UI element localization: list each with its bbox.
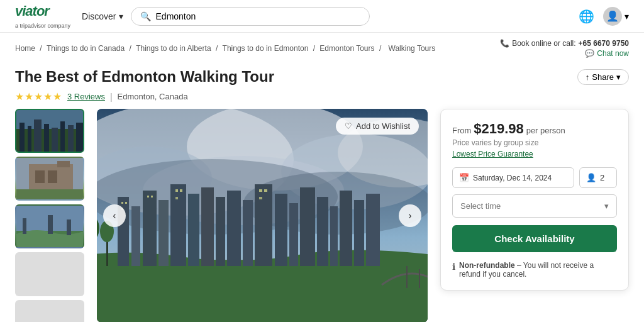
breadcrumb-sep-1: /	[40, 44, 44, 53]
svg-rect-15	[16, 189, 84, 201]
price-amount: $219.98	[474, 121, 524, 136]
svg-rect-57	[366, 194, 380, 266]
check-availability-button[interactable]: Check Availability	[452, 225, 617, 252]
check-availability-label: Check Availability	[494, 233, 574, 244]
svg-rect-65	[175, 197, 178, 199]
svg-rect-45	[201, 187, 214, 266]
chevron-down-share: ▾	[616, 72, 621, 82]
contact-info: 📞 Book online or call: +65 6670 9750 💬 C…	[500, 39, 629, 58]
share-label: Share	[592, 72, 614, 82]
person-icon: 👤	[586, 173, 596, 182]
svg-rect-6	[52, 128, 58, 153]
breadcrumb-edmonton[interactable]: Things to do in Edmonton	[223, 44, 309, 53]
svg-rect-12	[35, 170, 45, 183]
next-image-button[interactable]: ›	[399, 204, 421, 227]
from-label: From	[452, 126, 471, 135]
logo-area: viator a tripadvisor company	[15, 3, 70, 30]
share-icon: ↑	[586, 72, 590, 82]
svg-rect-46	[216, 197, 225, 266]
main-image: ♡ Add to Wishlist ‹ ›	[97, 109, 428, 322]
thumbnail-4[interactable]	[15, 252, 84, 296]
phone-info: 📞 Book online or call: +65 6670 9750	[500, 39, 629, 48]
chat-button[interactable]: 💬 Chat now	[585, 49, 629, 58]
thumbnail-5[interactable]	[15, 300, 84, 322]
breadcrumb-home[interactable]: Home	[15, 44, 35, 53]
breadcrumb-sep-3: /	[216, 44, 220, 53]
guests-picker[interactable]: 👤 2	[579, 167, 617, 188]
breadcrumb-canada[interactable]: Things to do in Canada	[47, 44, 125, 53]
price-varies: Price varies by group size	[452, 138, 617, 147]
svg-rect-54	[330, 206, 338, 266]
svg-rect-44	[188, 194, 199, 266]
discover-button[interactable]: Discover ▾	[82, 11, 123, 21]
svg-rect-2	[19, 123, 25, 153]
svg-rect-53	[317, 197, 328, 266]
prev-image-button[interactable]: ‹	[103, 204, 126, 227]
price-section: From $219.98 per person Price varies by …	[452, 121, 617, 158]
search-icon: 🔍	[140, 11, 151, 21]
person-icon: 👤	[606, 10, 619, 22]
svg-rect-50	[275, 194, 287, 266]
share-button[interactable]: ↑ Share ▾	[577, 69, 629, 85]
svg-rect-58	[121, 202, 123, 204]
date-guests-row: 📅 Saturday, Dec 14, 2024 👤 2	[452, 167, 617, 188]
booking-card: From $219.98 per person Price varies by …	[440, 109, 629, 291]
svg-rect-9	[76, 123, 83, 153]
svg-rect-63	[175, 189, 178, 192]
globe-button[interactable]: 🌐	[579, 9, 594, 24]
svg-rect-43	[170, 184, 186, 266]
navbar: viator a tripadvisor company Discover ▾ …	[0, 0, 644, 33]
svg-rect-1	[16, 129, 84, 153]
phone-number: +65 6670 9750	[579, 39, 629, 48]
main-image-background	[97, 109, 428, 322]
svg-rect-40	[131, 206, 140, 266]
heart-icon: ♡	[345, 121, 352, 131]
time-placeholder: Select time	[460, 201, 501, 211]
thumbnail-3[interactable]	[15, 204, 84, 248]
svg-rect-47	[227, 191, 241, 266]
time-select[interactable]: Select time ▾	[452, 194, 617, 218]
breadcrumb-alberta[interactable]: Things to do in Alberta	[136, 44, 211, 53]
non-refundable-label: Non-refundable	[459, 261, 515, 270]
svg-rect-66	[259, 189, 262, 192]
breadcrumb-tours[interactable]: Edmonton Tours	[319, 44, 374, 53]
svg-rect-19	[48, 215, 53, 234]
prev-icon: ‹	[113, 210, 116, 221]
date-picker[interactable]: 📅 Saturday, Dec 14, 2024	[452, 167, 574, 188]
breadcrumb-sep-2: /	[129, 44, 133, 53]
reviews-link[interactable]: 3 Reviews	[67, 92, 105, 101]
svg-rect-55	[340, 191, 352, 266]
chevron-down-icon: ▾	[119, 11, 123, 21]
thumbnail-1[interactable]	[15, 109, 84, 153]
location: Edmonton, Canada	[118, 92, 188, 101]
svg-rect-56	[354, 200, 364, 266]
svg-rect-8	[68, 125, 74, 153]
thumbnail-2[interactable]	[15, 157, 84, 201]
breadcrumb: Home / Things to do in Canada / Things t…	[15, 44, 438, 53]
breadcrumb-sep-4: /	[313, 44, 318, 53]
user-account-button[interactable]: 👤 ▾	[603, 7, 629, 26]
date-value: Saturday, Dec 14, 2024	[473, 174, 552, 182]
svg-rect-13	[48, 170, 57, 183]
divider: |	[110, 92, 113, 102]
svg-rect-64	[180, 189, 182, 192]
calendar-icon: 📅	[459, 173, 469, 182]
lowest-price-guarantee[interactable]: Lowest Price Guarantee	[452, 150, 617, 158]
phone-label: Book online or call:	[512, 39, 575, 48]
search-input[interactable]	[156, 11, 360, 21]
phone-icon: 📞	[500, 39, 509, 48]
next-icon: ›	[408, 210, 411, 221]
svg-rect-7	[60, 121, 65, 153]
svg-rect-4	[34, 119, 42, 153]
svg-rect-67	[264, 189, 267, 192]
svg-rect-14	[57, 161, 70, 167]
avatar: 👤	[603, 7, 622, 26]
nav-right: 🌐 👤 ▾	[579, 7, 629, 26]
wishlist-label: Add to Wishlist	[356, 121, 410, 131]
wishlist-button[interactable]: ♡ Add to Wishlist	[336, 118, 419, 135]
svg-rect-41	[143, 191, 157, 266]
svg-rect-48	[243, 200, 253, 266]
logo: viator a tripadvisor company	[15, 3, 70, 30]
search-bar[interactable]: 🔍	[131, 7, 370, 26]
svg-rect-18	[23, 218, 26, 234]
